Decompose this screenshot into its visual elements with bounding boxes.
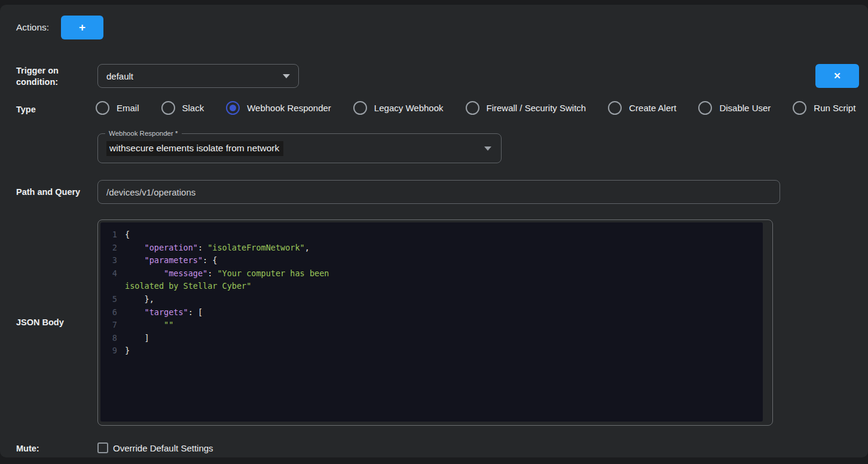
code-line: 7 ""	[103, 319, 763, 332]
line-number: 9	[103, 344, 117, 358]
type-radio-firewall-security-switch[interactable]: Firewall / Security Switch	[466, 101, 586, 115]
radio-unselected-icon[interactable]	[353, 101, 367, 115]
radio-unselected-icon[interactable]	[608, 101, 622, 115]
code-line-content: ]	[117, 332, 149, 345]
type-radio-webhook-responder[interactable]: Webhook Responder	[226, 101, 331, 115]
json-body-code: 1{2 "operation": "isolateFromNetwork",3 …	[100, 222, 763, 422]
code-line-content: "message": "Your computer has been	[117, 267, 329, 280]
override-default-settings-label: Override Default Settings	[113, 443, 213, 453]
type-radio-legacy-webhook[interactable]: Legacy Webhook	[353, 101, 444, 115]
radio-label: Disable User	[719, 103, 771, 113]
trigger-condition-label: Trigger on condition:	[16, 65, 74, 88]
code-line-content: {	[117, 228, 130, 242]
radio-label: Webhook Responder	[247, 103, 331, 113]
code-line-content: },	[117, 293, 154, 306]
webhook-responder-value: withsecure elements isolate from network	[106, 141, 283, 156]
code-line-content: isolated by Stellar Cyber"	[117, 280, 251, 293]
line-number: 3	[103, 254, 117, 267]
path-query-label: Path and Query	[16, 187, 80, 198]
line-number: 8	[103, 332, 117, 345]
radio-label: Firewall / Security Switch	[487, 103, 586, 113]
code-line-content: "parameters": {	[117, 254, 217, 267]
actions-label: Actions:	[16, 22, 49, 33]
radio-unselected-icon[interactable]	[698, 101, 712, 115]
radio-label: Slack	[182, 103, 204, 113]
code-line: 3 "parameters": {	[103, 254, 763, 267]
line-number: 2	[103, 242, 117, 255]
line-number: 6	[103, 306, 117, 319]
type-radio-slack[interactable]: Slack	[161, 101, 204, 115]
type-radio-create-alert[interactable]: Create Alert	[608, 101, 676, 115]
webhook-responder-select[interactable]: Webhook Responder * withsecure elements …	[97, 133, 502, 163]
radio-label: Run Script	[814, 103, 855, 113]
line-number: 7	[103, 319, 117, 332]
override-default-settings-option[interactable]: Override Default Settings	[97, 442, 213, 453]
json-body-label: JSON Body	[16, 317, 64, 328]
remove-action-button[interactable]: ✕	[815, 64, 859, 88]
code-line: isolated by Stellar Cyber"	[103, 280, 763, 293]
code-line: 2 "operation": "isolateFromNetwork",	[103, 242, 763, 255]
radio-unselected-icon[interactable]	[161, 101, 175, 115]
path-query-value: /devices/v1/operations	[106, 187, 195, 197]
plus-icon: +	[79, 21, 85, 34]
action-config-page: { "actions": { "label": "Actions:", "add…	[0, 0, 868, 464]
path-query-input[interactable]: /devices/v1/operations	[97, 180, 780, 204]
chevron-down-icon	[283, 74, 290, 78]
code-line-content: }	[117, 344, 130, 358]
code-line-content: "targets": [	[117, 306, 203, 319]
line-number: 1	[103, 228, 117, 242]
radio-label: Legacy Webhook	[374, 103, 444, 113]
radio-unselected-icon[interactable]	[96, 101, 109, 115]
trigger-condition-select[interactable]: default	[97, 64, 299, 88]
line-number: 5	[103, 293, 117, 306]
type-label: Type	[16, 104, 36, 115]
radio-unselected-icon[interactable]	[466, 101, 479, 115]
close-icon: ✕	[833, 71, 841, 81]
code-line: 5 },	[103, 293, 763, 306]
radio-selected-icon[interactable]	[226, 101, 240, 115]
type-radio-run-script[interactable]: Run Script	[793, 101, 855, 115]
chevron-down-icon	[484, 146, 491, 151]
code-line-content: ""	[117, 319, 173, 332]
line-number: 4	[103, 267, 117, 280]
checkbox-icon[interactable]	[97, 442, 108, 453]
code-line-content: "operation": "isolateFromNetwork",	[117, 242, 310, 255]
code-line: 1{	[103, 228, 763, 242]
radio-unselected-icon[interactable]	[793, 101, 806, 115]
code-line: 8 ]	[103, 332, 763, 345]
trigger-condition-value: default	[106, 71, 133, 81]
code-line: 4 "message": "Your computer has been	[103, 267, 763, 280]
type-radio-group: EmailSlackWebhook ResponderLegacy Webhoo…	[96, 100, 855, 115]
code-line: 6 "targets": [	[103, 306, 763, 319]
type-radio-disable-user[interactable]: Disable User	[698, 101, 771, 115]
add-action-button[interactable]: +	[61, 16, 103, 39]
line-number	[103, 280, 117, 293]
radio-label: Email	[117, 103, 139, 113]
radio-label: Create Alert	[629, 103, 676, 113]
json-body-editor[interactable]: 1{2 "operation": "isolateFromNetwork",3 …	[97, 219, 773, 426]
mute-label: Mute:	[16, 443, 39, 454]
webhook-responder-label: Webhook Responder *	[105, 129, 182, 138]
code-line: 9}	[103, 344, 763, 358]
type-radio-email[interactable]: Email	[96, 101, 139, 115]
